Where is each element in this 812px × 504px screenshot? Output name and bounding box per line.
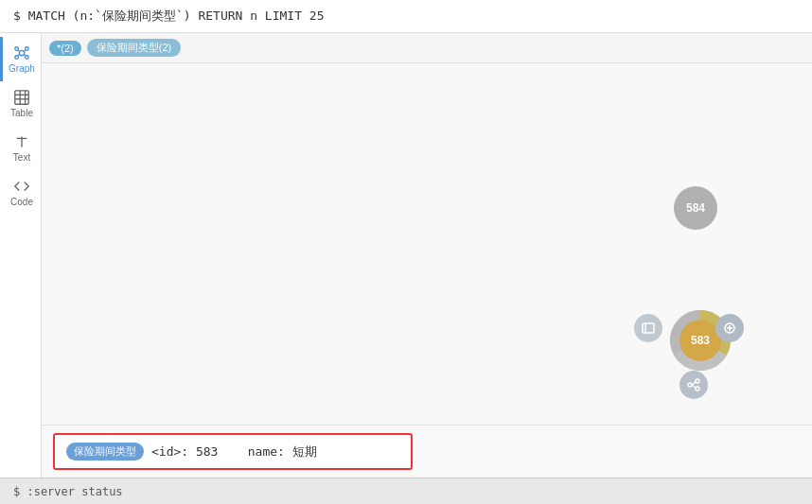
info-id-value: 583 [196, 444, 218, 459]
node-icon-right[interactable] [715, 314, 744, 342]
sidebar-table-label: Table [10, 108, 33, 118]
sidebar-code-label: Code [10, 197, 33, 207]
tab-bar: *(2) 保险期间类型(2) [42, 33, 812, 63]
node-584[interactable]: 584 [674, 186, 717, 230]
svg-line-6 [25, 50, 26, 52]
icon-bottom-svg [686, 377, 701, 392]
svg-point-2 [26, 47, 29, 51]
svg-point-24 [688, 383, 692, 387]
info-id-label: <id>: [151, 444, 188, 459]
code-icon [13, 178, 30, 195]
svg-line-28 [692, 385, 696, 388]
node-icon-left[interactable] [634, 314, 662, 342]
svg-line-8 [25, 54, 26, 56]
info-text: <id>: 583 name: 短期 [151, 443, 317, 461]
node-icon-bottom[interactable] [680, 371, 708, 399]
info-name-value: 短期 [292, 444, 317, 459]
query-text: $ MATCH (n:`保险期间类型`) RETURN n LIMIT 25 [13, 8, 324, 25]
svg-line-5 [18, 50, 20, 52]
icon-right-svg [722, 321, 737, 336]
tab-count-badge[interactable]: *(2) [49, 41, 81, 56]
sidebar-item-code[interactable]: Code [0, 170, 41, 215]
info-name-label: name: [248, 444, 285, 459]
svg-point-4 [26, 56, 29, 60]
svg-point-0 [19, 50, 24, 55]
sidebar-text-label: Text [13, 152, 30, 163]
text-icon [13, 133, 30, 150]
sidebar: Graph Table Text Code [0, 33, 42, 478]
node-584-label: 584 [686, 201, 705, 215]
svg-rect-19 [643, 323, 654, 333]
svg-point-1 [15, 47, 19, 51]
svg-rect-9 [15, 91, 28, 104]
tab-active[interactable]: 保险期间类型(2) [87, 39, 181, 57]
svg-line-7 [18, 54, 20, 56]
sidebar-item-text[interactable]: Text [0, 126, 41, 170]
status-bar: $ :server status [0, 478, 812, 504]
svg-point-25 [696, 379, 699, 383]
node-label-tag: 保险期间类型 [66, 443, 144, 461]
svg-point-26 [696, 387, 699, 391]
graph-canvas: 584 583 [42, 63, 812, 478]
info-panel: 保险期间类型 <id>: 583 name: 短期 [42, 425, 812, 478]
table-icon [13, 89, 30, 106]
sidebar-graph-label: Graph [9, 63, 35, 74]
icon-left-svg [641, 321, 656, 336]
graph-icon [13, 44, 30, 61]
sidebar-item-table[interactable]: Table [0, 81, 41, 126]
svg-point-3 [15, 56, 19, 60]
main-area: Graph Table Text Code [0, 33, 812, 478]
info-box: 保险期间类型 <id>: 583 name: 短期 [53, 433, 413, 470]
query-bar: $ MATCH (n:`保险期间类型`) RETURN n LIMIT 25 [0, 0, 812, 33]
status-text: $ :server status [13, 485, 123, 498]
content-area: *(2) 保险期间类型(2) 584 583 [42, 33, 812, 478]
sidebar-item-graph[interactable]: Graph [0, 37, 41, 81]
svg-text:583: 583 [691, 334, 710, 347]
